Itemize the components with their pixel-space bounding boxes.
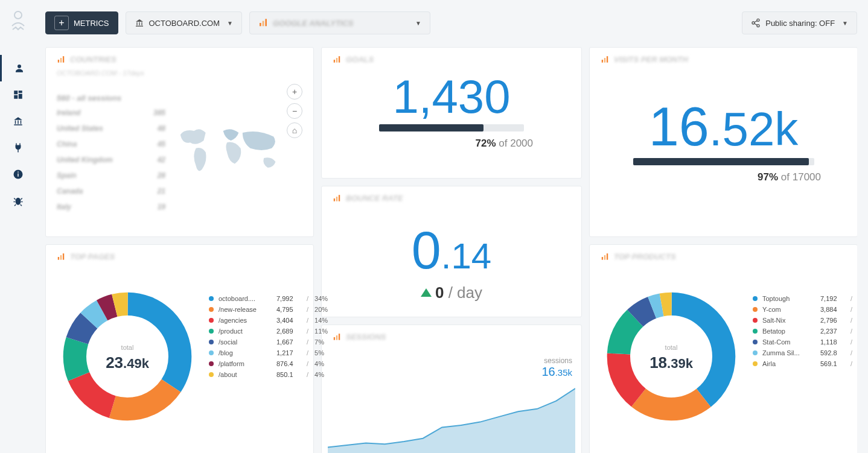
svg-rect-20: [265, 19, 267, 26]
legend-row: /new-release4,795/20%: [209, 304, 328, 315]
list-item: Ireland385: [57, 105, 165, 121]
sidebar-item-plug[interactable]: [0, 135, 36, 161]
svg-rect-8: [21, 121, 22, 124]
chevron-down-icon: ▼: [415, 20, 421, 27]
svg-rect-12: [18, 172, 19, 173]
legend-row: /platform876.4/4%: [209, 358, 328, 369]
bug-icon: [13, 195, 24, 206]
goals-progress-label: 72% of 2000: [475, 138, 533, 150]
list-item: United Kingdom42: [57, 152, 165, 168]
svg-rect-16: [141, 22, 142, 25]
dashboard-icon: [13, 89, 24, 100]
svg-rect-50: [602, 257, 603, 260]
countries-subtitle: OCTOBOARD.COM - 17days: [57, 69, 144, 77]
top-products-card: TOP PRODUCTS total 18.39k Toptough7,192/…: [589, 244, 857, 453]
svg-rect-32: [339, 195, 340, 201]
card-title: BOUNCE RATE: [346, 194, 403, 203]
analytics-icon: [601, 253, 609, 261]
analytics-icon: [57, 55, 65, 64]
analytics-icon: [258, 18, 268, 28]
svg-rect-15: [139, 22, 139, 25]
legend-row: Zumma Sil...592.8/3%: [753, 347, 857, 358]
main: COUNTRIES OCTOBOARD.COM - 17days 560 - a…: [45, 47, 857, 453]
logo-icon: [9, 9, 27, 31]
goals-card: GOALS 1,430 72% of 2000: [321, 47, 582, 179]
countries-list: 560 - all sessions: [57, 90, 165, 106]
donut-center: total 18.39k: [649, 344, 693, 372]
list-item: China45: [57, 136, 165, 152]
svg-rect-37: [604, 58, 605, 63]
bounce-value: 0.14: [322, 220, 581, 281]
card-title: TOP PAGES: [70, 252, 115, 261]
card-title: COUNTRIES: [70, 55, 116, 64]
svg-rect-29: [339, 56, 340, 63]
svg-rect-18: [260, 23, 261, 26]
analytics-selector-label: GOOGLE ANALYTICS: [273, 19, 354, 28]
bounce-card: BOUNCE RATE 0.14 0 / day: [321, 186, 582, 317]
donut-center: total 23.49k: [106, 344, 149, 372]
sidebar-item-info[interactable]: [0, 161, 36, 188]
legend-row: /about850.1/4%: [209, 369, 328, 380]
plug-icon: [13, 142, 24, 153]
svg-rect-5: [14, 95, 18, 99]
sidebar-item-bank[interactable]: [0, 108, 36, 135]
legend-row: /blog1,217/5%: [209, 347, 328, 358]
chevron-down-icon: ▼: [227, 20, 233, 27]
legend-row: /social1,667/7%: [209, 337, 328, 347]
legend-row: Y-com3,884/21%: [753, 304, 857, 315]
top-products-legend: Toptough7,192/39%Y-com3,884/21%Salt-Nix2…: [753, 293, 857, 369]
logo: [7, 9, 29, 31]
svg-point-1: [18, 65, 21, 68]
sharing-button[interactable]: Public sharing: OFF ▼: [742, 11, 857, 34]
svg-rect-19: [263, 21, 264, 27]
svg-rect-36: [602, 60, 603, 63]
topbar: + METRICS OCTOBOARD.COM ▼ GOOGLE ANALYTI…: [45, 11, 857, 35]
sessions-latest: sessions 16.35k: [541, 356, 572, 379]
legend-row: Stat-Com1,118/6%: [753, 337, 857, 347]
svg-point-0: [14, 11, 22, 19]
visits-percent: 97%: [758, 171, 778, 183]
card-title: TOP PRODUCTS: [614, 252, 676, 261]
user-icon: [14, 63, 25, 74]
svg-point-21: [757, 19, 759, 21]
goals-value: 1,430: [322, 69, 581, 124]
world-map[interactable]: [173, 84, 289, 224]
metrics-button[interactable]: + METRICS: [45, 11, 118, 34]
top-pages-legend: octoboard....7,992/34%/new-release4,795/…: [209, 293, 328, 380]
list-item: Canada21: [57, 183, 165, 199]
svg-rect-14: [136, 22, 137, 25]
visits-target: 17000: [793, 171, 821, 183]
legend-row: Airla569.1/3%: [753, 358, 857, 369]
up-arrow-icon: [421, 288, 432, 297]
svg-point-22: [752, 22, 755, 24]
sharing-label: Public sharing: OFF: [765, 19, 835, 28]
svg-rect-52: [607, 253, 608, 260]
goals-target: 2000: [510, 138, 533, 149]
bank-icon: [135, 18, 144, 28]
analytics-icon: [601, 55, 609, 64]
bank-icon: [13, 116, 24, 127]
svg-rect-38: [607, 56, 608, 63]
sidebar-item-bug[interactable]: [0, 188, 36, 214]
analytics-selector[interactable]: GOOGLE ANALYTICS ▼: [249, 11, 430, 34]
site-selector[interactable]: OCTOBOARD.COM ▼: [126, 11, 242, 34]
share-icon: [751, 18, 761, 28]
top-pages-card: TOP PAGES total 23.49k octoboard....7,99…: [45, 244, 314, 453]
sessions-chart: [328, 384, 575, 453]
visits-progress: [633, 158, 814, 165]
svg-rect-2: [14, 90, 18, 94]
sidebar-item-user[interactable]: [0, 55, 36, 81]
legend-row: Betatop2,237/12%: [753, 326, 857, 337]
sidebar: [0, 0, 36, 453]
top-products-donut: total 18.39k: [602, 287, 741, 428]
sessions-card: SESSIONS sessions 16.35k Jul 2018 Jul: [321, 325, 582, 453]
svg-rect-28: [336, 58, 337, 63]
legend-row: Salt-Nix2,796/15%: [753, 315, 857, 326]
legend-row: Toptough7,192/39%: [753, 293, 857, 304]
svg-rect-41: [63, 253, 64, 260]
svg-rect-6: [15, 121, 16, 124]
top-pages-donut: total 23.49k: [58, 287, 197, 428]
metrics-label: METRICS: [74, 19, 109, 28]
goals-percent: 72%: [475, 138, 496, 149]
sidebar-item-dashboard[interactable]: [0, 81, 36, 108]
